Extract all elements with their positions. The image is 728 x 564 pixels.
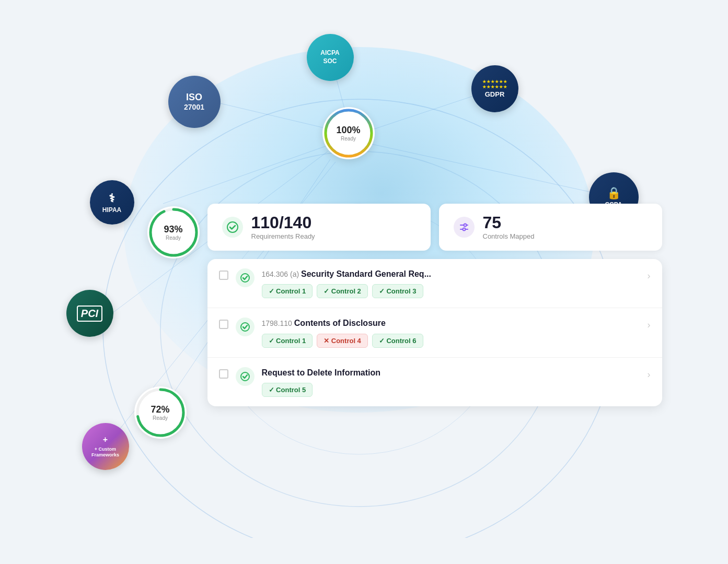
- badge-gdpr: ★★★ ★★★ ★★★ ★★★ GDPR: [471, 65, 518, 112]
- iso-line2: 27001: [184, 103, 204, 112]
- control-tag: ✓ Control 6: [372, 334, 423, 348]
- gdpr-stars: ★★★ ★★★ ★★★ ★★★: [482, 79, 508, 89]
- chevron-2[interactable]: ›: [648, 320, 651, 331]
- svg-point-17: [227, 222, 238, 232]
- requirements-info: 110/140 Requirements Ready: [251, 214, 315, 240]
- check-badge-2: [236, 318, 255, 336]
- gauge-72-circle: 72% Ready: [134, 386, 187, 439]
- controls-icon: [454, 217, 475, 238]
- hipaa-label: HIPAA: [102, 206, 121, 214]
- requirements-icon: [222, 217, 243, 238]
- checkbox-2[interactable]: [219, 320, 228, 329]
- requirements-card: 110/140 Requirements Ready: [207, 204, 431, 251]
- pci-text: PCI: [77, 306, 102, 322]
- check-badge-1: [236, 268, 255, 287]
- controls-row-3: ✓ Control 5: [262, 383, 640, 397]
- list-panel: 164.306 (a) Security Standard General Re…: [207, 259, 662, 406]
- badge-custom: + + Custom Frameworks: [82, 423, 129, 470]
- svg-point-19: [464, 224, 466, 227]
- custom-line2: Frameworks: [91, 452, 119, 459]
- svg-point-12: [326, 110, 372, 156]
- list-item: Request to Delete Information ✓ Control …: [207, 358, 662, 406]
- control-tag: ✓ Control 2: [317, 284, 368, 298]
- item-title-1: 164.306 (a) Security Standard General Re…: [262, 268, 640, 280]
- item-code-2: 1798.110: [262, 319, 294, 327]
- gauge-100-circle: 100% Ready: [322, 107, 375, 159]
- checkbox-3[interactable]: [219, 369, 228, 379]
- item-title-3: Request to Delete Information: [262, 367, 640, 379]
- svg-point-22: [463, 228, 465, 231]
- controls-desc: Controls Mapped: [483, 232, 535, 240]
- stats-row: 110/140 Requirements Ready 75: [207, 204, 662, 251]
- requirements-desc: Requirements Ready: [251, 232, 315, 240]
- item-title-2: 1798.110 Contents of Disclosure: [262, 318, 640, 329]
- item-content-3: Request to Delete Information ✓ Control …: [262, 367, 640, 397]
- main-panel: 110/140 Requirements Ready 75: [207, 204, 662, 406]
- controls-info: 75 Controls Mapped: [483, 214, 535, 240]
- main-scene: AICPA SOC ISO 27001 ★★★ ★★★ ★★★ ★★★ GDPR…: [51, 26, 678, 538]
- controls-row-2: ✓ Control 1 ✕ Control 4 ✓ Control 6: [262, 334, 640, 348]
- list-item: 1798.110 Contents of Disclosure ✓ Contro…: [207, 308, 662, 357]
- requirements-number: 110/140: [251, 214, 315, 231]
- badge-hipaa: ⚕ HIPAA: [90, 180, 134, 225]
- controls-number: 75: [483, 214, 535, 231]
- item-content-1: 164.306 (a) Security Standard General Re…: [262, 268, 640, 298]
- gauge-72: 72% Ready: [134, 386, 187, 439]
- item-name-2: Contents of Disclosure: [294, 319, 386, 327]
- controls-row-1: ✓ Control 1 ✓ Control 2 ✓ Control 3: [262, 284, 640, 298]
- iso-line1: ISO: [186, 92, 202, 103]
- check-badge-3: [236, 367, 255, 386]
- control-tag: ✓ Control 3: [372, 284, 423, 298]
- gauge-93-circle: 93% Ready: [147, 206, 200, 258]
- item-code-1: 164.306 (a): [262, 270, 302, 278]
- control-tag-fail: ✕ Control 4: [317, 334, 368, 348]
- badge-aicpa: AICPA SOC: [307, 34, 354, 81]
- gdpr-label: GDPR: [485, 90, 505, 98]
- controls-card: 75 Controls Mapped: [439, 204, 662, 251]
- gauge-100: 100% Ready: [322, 107, 375, 159]
- custom-line1: + Custom: [95, 446, 116, 453]
- item-content-2: 1798.110 Contents of Disclosure ✓ Contro…: [262, 318, 640, 347]
- checkbox-1[interactable]: [219, 271, 228, 280]
- item-name-3: Request to Delete Information: [262, 368, 381, 377]
- item-name-1: Security Standard General Req...: [301, 269, 431, 278]
- chevron-1[interactable]: ›: [648, 271, 651, 281]
- control-tag: ✓ Control 1: [262, 284, 313, 298]
- aicpa-line2: SOC: [323, 57, 337, 66]
- svg-point-14: [151, 209, 197, 255]
- badge-iso: ISO 27001: [168, 76, 221, 128]
- badge-pci: PCI: [66, 290, 113, 337]
- control-tag: ✓ Control 5: [262, 383, 313, 397]
- aicpa-line1: AICPA: [320, 49, 339, 57]
- gauge-93: 93% Ready: [147, 206, 200, 258]
- chevron-3[interactable]: ›: [648, 369, 651, 380]
- ccpa-symbol: 🔒: [607, 186, 621, 200]
- hipaa-symbol: ⚕: [109, 192, 115, 205]
- custom-plus: +: [103, 434, 108, 445]
- control-tag: ✓ Control 1: [262, 334, 313, 348]
- list-item: 164.306 (a) Security Standard General Re…: [207, 259, 662, 308]
